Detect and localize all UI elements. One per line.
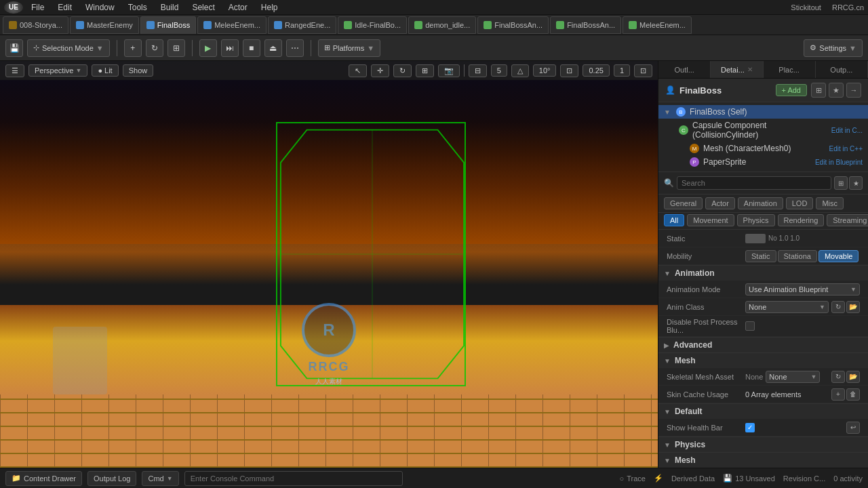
filter-actor[interactable]: Actor [705,197,735,209]
tab-0[interactable]: 008-Storya... [3,16,68,34]
add-component-btn[interactable]: + Add [776,84,807,96]
menu-file[interactable]: File [26,1,50,14]
toolbar-save-btn[interactable]: 💾 [5,39,23,57]
physics-section-header[interactable]: ▼ Physics [658,437,868,452]
vp-angle-val-btn[interactable]: 10° [533,64,557,77]
cmd-btn[interactable]: Cmd ▼ [142,471,178,486]
filter-streaming[interactable]: Streaming [827,214,868,226]
filter-general[interactable]: General [664,197,703,209]
tab-4[interactable]: RangedEne... [268,16,336,34]
more-btn[interactable]: ⋯ [286,39,304,57]
tree-link-1[interactable]: Edit in C... [831,127,863,134]
tree-item-papersprite[interactable]: P PaperSprite Edit in Blueprint [658,155,868,169]
transform-rotate-btn[interactable]: ↻ [146,39,163,57]
prop-checkbox-disable-post[interactable] [745,321,755,331]
mob-static-btn[interactable]: Static [745,250,776,262]
stop-btn[interactable]: ■ [243,39,260,57]
eject-btn[interactable]: ⏏ [264,39,282,57]
prop-select-anim-class[interactable]: None ▼ [745,301,829,313]
vp-grid-btn[interactable]: ⊟ [469,64,487,77]
selection-mode-btn[interactable]: ⊹ Selection Mode ▼ [27,39,110,57]
filter-rendering[interactable]: Rendering [778,214,825,226]
menu-build[interactable]: Build [155,1,184,14]
menu-help[interactable]: Help [256,1,283,14]
viewport[interactable]: R RRCG 人人素材 ☰ Perspective ▼ ● Lit Show ↖… [0,61,658,468]
tree-link-2[interactable]: Edit in C++ [829,145,863,152]
mob-movable-btn[interactable]: Movable [818,250,859,262]
skeletal-browse-btn[interactable]: 📂 [846,371,860,383]
menu-window[interactable]: Window [80,1,120,14]
animation-section-header[interactable]: ▼ Animation [658,266,868,281]
filter-animation[interactable]: Animation [738,197,783,209]
platforms-btn[interactable]: ⊞ Platforms ▼ [318,39,380,57]
menu-tools[interactable]: Tools [123,1,153,14]
vp-scale-val-btn[interactable]: 0.25 [583,64,609,77]
vp-perspective-btn[interactable]: Perspective ▼ [28,64,87,77]
mob-stationary-btn[interactable]: Stationa [778,250,817,262]
search-input[interactable] [677,176,831,190]
panel-arrow-btn[interactable]: → [846,83,861,98]
filter-misc[interactable]: Misc [816,197,844,209]
tab-9[interactable]: MeleeEnem... [623,16,692,34]
vp-fullscreen-btn[interactable]: ⊡ [634,64,652,77]
skeletal-refresh-btn[interactable]: ↻ [831,371,845,383]
skin-cache-remove-btn[interactable]: 🗑 [846,388,860,401]
vp-lit-btn[interactable]: ● Lit [92,64,118,77]
tree-link-3[interactable]: Edit in Blueprint [815,159,863,166]
panel-star-btn[interactable]: ★ [829,83,844,98]
menu-edit[interactable]: Edit [52,1,77,14]
anim-class-browse-btn[interactable]: 📂 [846,301,860,313]
advanced-section-header[interactable]: ▶ Advanced [658,338,868,352]
output-log-btn[interactable]: Output Log [87,471,136,486]
filter-physics[interactable]: Physics [737,214,775,226]
panel-tab-outliner[interactable]: Outl... [658,61,711,78]
tab-3[interactable]: MeleeEnem... [197,16,267,34]
content-drawer-btn[interactable]: 📁 Content Drawer [5,471,82,486]
skin-cache-add-btn[interactable]: + [831,388,845,401]
advance-btn[interactable]: ⏭ [221,39,239,57]
tree-item-finalboss-self[interactable]: ▼ B FinalBoss (Self) [658,105,868,119]
filter-all[interactable]: All [664,214,684,226]
props-area[interactable]: Static No 1.0 1.0 Mobility Static Statio… [658,230,868,468]
panel-tab-output[interactable]: Outp... [816,61,868,78]
transform-scale-btn[interactable]: ⊞ [167,39,185,57]
tree-item-mesh[interactable]: M Mesh (CharacterMesh0) Edit in C++ [658,142,868,155]
vp-camera-btn[interactable]: 📷 [438,64,460,77]
tab-6[interactable]: demon_idle... [408,16,476,34]
vp-rotate-btn[interactable]: ↻ [393,64,412,77]
vp-scale-btn[interactable]: ⊞ [416,64,434,77]
vp-select-btn[interactable]: ↖ [349,64,367,77]
panel-tab-place[interactable]: Plac... [764,61,816,78]
settings-btn[interactable]: ⚙ Settings ▼ [804,39,863,57]
mesh-section-header[interactable]: ▼ Mesh [658,353,868,368]
vp-grid-val-btn[interactable]: 5 [491,64,507,77]
search-star-btn[interactable]: ★ [849,176,863,190]
status-identity[interactable]: 0 activity [833,474,863,483]
vp-scale-btn2[interactable]: ⊡ [560,64,578,77]
panel-tab-details-close[interactable]: ✕ [747,66,753,73]
vp-hamburger-btn[interactable]: ☰ [5,64,24,77]
prop-select-anim-mode[interactable]: Use Animation Blueprint ▼ [745,283,860,296]
tab-7[interactable]: FinalBossAn... [477,16,549,34]
console-command-input[interactable] [184,471,403,486]
prop-checkbox-show-health[interactable]: ✓ [745,423,755,432]
menu-actor[interactable]: Actor [223,1,253,14]
tab-1[interactable]: MasterEnemy [70,16,139,34]
vp-show-btn[interactable]: Show [123,64,154,77]
transform-move-btn[interactable]: + [124,39,142,57]
tab-5[interactable]: Idle-FinalBo... [338,16,407,34]
anim-class-refresh-btn[interactable]: ↻ [831,301,845,313]
prop-select-skeletal[interactable]: None ▼ [766,371,820,383]
filter-lod[interactable]: LOD [786,197,814,209]
mesh2-section-header[interactable]: ▼ Mesh [658,453,868,468]
tab-8[interactable]: FinalBossAn... [550,16,621,34]
default-section-header[interactable]: ▼ Default [658,404,868,419]
tab-2[interactable]: FinalBoss [140,16,196,34]
play-btn[interactable]: ▶ [199,39,217,57]
menu-select[interactable]: Select [186,1,220,14]
prop-reset-show-health[interactable]: ↩ [846,422,860,434]
search-grid-btn[interactable]: ⊞ [834,176,848,190]
tree-item-capsule[interactable]: C Capsule Component (CollisionCylinder) … [658,119,868,142]
filter-movement[interactable]: Movement [687,214,734,226]
vp-cam-val-btn[interactable]: 1 [614,64,630,77]
